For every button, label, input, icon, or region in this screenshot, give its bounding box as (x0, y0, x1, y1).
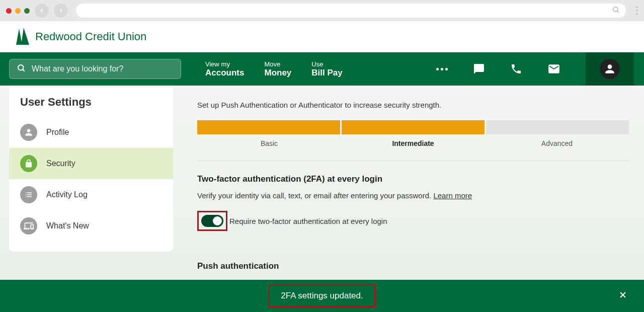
nav-items: View my Accounts Move Money Use Bill Pay (205, 60, 343, 78)
sidebar-item-activity-log[interactable]: Activity Log (9, 179, 173, 210)
sidebar-title: User Settings (9, 86, 173, 117)
tfa-desc-text: Verify your identity via call, text, or … (197, 191, 433, 200)
profile-menu[interactable] (586, 52, 634, 86)
close-window-button[interactable] (6, 8, 12, 14)
divider (197, 161, 629, 161)
svg-line-1 (617, 11, 619, 13)
browser-menu-button[interactable] (636, 6, 638, 15)
toast-bar: 2FA settings updated. (0, 280, 644, 312)
list-icon (20, 186, 37, 203)
security-strength-bar (197, 120, 629, 134)
nav-item-label-bottom: Bill Pay (311, 68, 342, 78)
main-panel: Set up Push Authentication or Authentica… (182, 86, 644, 280)
search-icon (612, 6, 620, 16)
nav-item-money[interactable]: Move Money (264, 60, 291, 78)
toast-close-button[interactable] (618, 290, 628, 302)
nav-item-label-bottom: Money (264, 68, 291, 78)
sidebar-item-profile[interactable]: Profile (9, 117, 173, 148)
maximize-window-button[interactable] (24, 8, 30, 14)
mail-icon[interactable] (547, 62, 560, 75)
strength-label-basic: Basic (197, 139, 341, 147)
sidebar: User Settings Profile Security Activity … (0, 86, 182, 280)
toast-message: 2FA settings updated. (281, 291, 363, 300)
tfa-section-title: Two-factor authentication (2FA) at every… (197, 174, 629, 184)
sidebar-card: User Settings Profile Security Activity … (9, 86, 173, 252)
chat-icon[interactable] (473, 63, 485, 75)
strength-label-advanced: Advanced (485, 139, 629, 147)
minimize-window-button[interactable] (15, 8, 21, 14)
search-input[interactable] (32, 64, 174, 73)
nav-item-label-top: Use (311, 60, 342, 68)
nav-item-accounts[interactable]: View my Accounts (205, 60, 244, 78)
nav-item-label-top: View my (205, 60, 244, 68)
sidebar-item-label: Profile (46, 128, 69, 137)
url-bar[interactable] (76, 4, 626, 18)
logo[interactable]: Redwood Credit Union (15, 28, 146, 46)
person-icon (20, 124, 37, 141)
svg-point-0 (613, 7, 618, 12)
tfa-toggle-label: Require two-factor authentication at eve… (229, 217, 387, 225)
strength-segment-basic (197, 120, 340, 134)
tfa-toggle-row: Require two-factor authentication at eve… (197, 211, 629, 231)
back-button[interactable] (35, 4, 49, 18)
strength-segment-intermediate (342, 120, 485, 134)
tfa-toggle[interactable] (201, 215, 223, 227)
learn-more-link[interactable]: Learn more (433, 191, 472, 200)
avatar (600, 59, 620, 79)
main-nav: View my Accounts Move Money Use Bill Pay (0, 52, 644, 86)
svg-point-2 (18, 65, 24, 70)
phone-icon[interactable] (510, 63, 522, 75)
nav-item-billpay[interactable]: Use Bill Pay (311, 60, 342, 78)
search-box[interactable] (9, 59, 181, 79)
logo-mark-icon (15, 28, 30, 46)
nav-icons (436, 52, 644, 86)
nav-item-label-bottom: Accounts (205, 68, 244, 78)
search-icon (17, 63, 26, 74)
tfa-section-description: Verify your identity via call, text, or … (197, 191, 629, 200)
toggle-knob (213, 216, 222, 225)
sidebar-item-whats-new[interactable]: What's New (9, 210, 173, 242)
sidebar-item-label: Activity Log (46, 190, 88, 199)
security-strength-description: Set up Push Authentication or Authentica… (197, 101, 629, 109)
browser-chrome (0, 0, 644, 21)
forward-button[interactable] (54, 4, 68, 18)
strength-label-intermediate: Intermediate (341, 139, 485, 147)
push-auth-section-title: Push authentication (197, 261, 629, 271)
nav-item-label-top: Move (264, 60, 291, 68)
devices-icon (20, 217, 37, 235)
window-controls (6, 8, 30, 14)
sidebar-item-label: What's New (46, 221, 89, 230)
sidebar-item-security[interactable]: Security (9, 148, 173, 179)
strength-segment-advanced (486, 120, 629, 134)
sidebar-item-label: Security (46, 159, 75, 168)
svg-line-3 (23, 69, 25, 71)
highlight-annotation (197, 211, 227, 231)
logo-bar: Redwood Credit Union (0, 21, 644, 52)
lock-icon (20, 155, 37, 172)
more-menu-button[interactable] (436, 68, 448, 70)
logo-text: Redwood Credit Union (35, 30, 146, 43)
highlight-annotation: 2FA settings updated. (268, 284, 376, 307)
strength-labels: Basic Intermediate Advanced (197, 139, 629, 147)
content-area: User Settings Profile Security Activity … (0, 86, 644, 280)
